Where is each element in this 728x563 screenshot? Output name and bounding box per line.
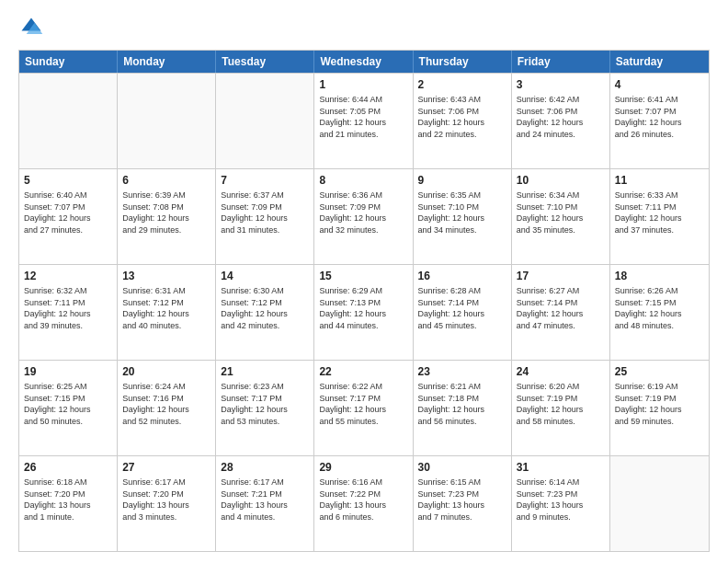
day-info: Sunrise: 6:17 AM Sunset: 7:21 PM Dayligh…: [221, 477, 309, 523]
day-cell-8: 8Sunrise: 6:36 AM Sunset: 7:09 PM Daylig…: [314, 169, 413, 264]
day-number: 11: [615, 173, 704, 188]
day-cell-26: 26Sunrise: 6:18 AM Sunset: 7:20 PM Dayli…: [19, 456, 118, 551]
day-cell-20: 20Sunrise: 6:24 AM Sunset: 7:16 PM Dayli…: [118, 361, 216, 455]
day-info: Sunrise: 6:40 AM Sunset: 7:07 PM Dayligh…: [24, 190, 112, 236]
day-cell-7: 7Sunrise: 6:37 AM Sunset: 7:09 PM Daylig…: [216, 169, 314, 264]
day-number: 6: [122, 173, 210, 188]
day-header-tuesday: Tuesday: [216, 51, 314, 73]
day-number: 10: [517, 173, 605, 188]
day-info: Sunrise: 6:21 AM Sunset: 7:18 PM Dayligh…: [418, 381, 506, 427]
day-cell-13: 13Sunrise: 6:31 AM Sunset: 7:12 PM Dayli…: [118, 265, 216, 360]
day-number: 8: [319, 173, 407, 188]
week-row-2: 12Sunrise: 6:32 AM Sunset: 7:11 PM Dayli…: [19, 264, 709, 360]
day-cell-21: 21Sunrise: 6:23 AM Sunset: 7:17 PM Dayli…: [216, 361, 314, 455]
day-cell-11: 11Sunrise: 6:33 AM Sunset: 7:11 PM Dayli…: [610, 169, 709, 264]
day-number: 12: [24, 269, 112, 283]
day-cell-30: 30Sunrise: 6:15 AM Sunset: 7:23 PM Dayli…: [414, 456, 512, 551]
week-row-0: 1Sunrise: 6:44 AM Sunset: 7:05 PM Daylig…: [19, 73, 709, 168]
week-row-1: 5Sunrise: 6:40 AM Sunset: 7:07 PM Daylig…: [19, 168, 709, 264]
day-cell-16: 16Sunrise: 6:28 AM Sunset: 7:14 PM Dayli…: [414, 265, 512, 360]
day-number: 13: [122, 269, 210, 283]
day-info: Sunrise: 6:25 AM Sunset: 7:15 PM Dayligh…: [24, 381, 112, 427]
week-row-3: 19Sunrise: 6:25 AM Sunset: 7:15 PM Dayli…: [19, 360, 709, 455]
day-number: 7: [221, 173, 309, 188]
logo: [18, 15, 48, 40]
day-cell-25: 25Sunrise: 6:19 AM Sunset: 7:19 PM Dayli…: [610, 361, 709, 455]
day-header-monday: Monday: [118, 51, 216, 73]
day-number: 29: [319, 460, 407, 475]
day-cell-1: 1Sunrise: 6:44 AM Sunset: 7:05 PM Daylig…: [314, 74, 413, 168]
day-info: Sunrise: 6:31 AM Sunset: 7:12 PM Dayligh…: [122, 285, 210, 331]
day-info: Sunrise: 6:37 AM Sunset: 7:09 PM Dayligh…: [221, 190, 309, 236]
calendar: SundayMondayTuesdayWednesdayThursdayFrid…: [18, 50, 710, 552]
day-number: 19: [24, 364, 112, 379]
day-info: Sunrise: 6:17 AM Sunset: 7:20 PM Dayligh…: [122, 477, 210, 523]
day-info: Sunrise: 6:39 AM Sunset: 7:08 PM Dayligh…: [122, 190, 210, 236]
empty-cell: [610, 456, 709, 551]
page: SundayMondayTuesdayWednesdayThursdayFrid…: [0, 0, 728, 563]
day-number: 9: [418, 173, 506, 188]
logo-icon: [18, 15, 44, 40]
day-info: Sunrise: 6:15 AM Sunset: 7:23 PM Dayligh…: [418, 477, 506, 523]
day-header-thursday: Thursday: [414, 51, 512, 73]
day-number: 28: [221, 460, 309, 475]
day-cell-29: 29Sunrise: 6:16 AM Sunset: 7:22 PM Dayli…: [314, 456, 413, 551]
day-info: Sunrise: 6:27 AM Sunset: 7:14 PM Dayligh…: [517, 285, 605, 331]
day-number: 24: [517, 364, 605, 379]
day-number: 26: [24, 460, 112, 475]
day-info: Sunrise: 6:35 AM Sunset: 7:10 PM Dayligh…: [418, 190, 506, 236]
day-cell-6: 6Sunrise: 6:39 AM Sunset: 7:08 PM Daylig…: [118, 169, 216, 264]
day-info: Sunrise: 6:28 AM Sunset: 7:14 PM Dayligh…: [418, 285, 506, 331]
calendar-body: 1Sunrise: 6:44 AM Sunset: 7:05 PM Daylig…: [19, 73, 709, 551]
week-row-4: 26Sunrise: 6:18 AM Sunset: 7:20 PM Dayli…: [19, 455, 709, 551]
day-info: Sunrise: 6:42 AM Sunset: 7:06 PM Dayligh…: [517, 94, 605, 140]
empty-cell: [216, 74, 314, 168]
day-info: Sunrise: 6:26 AM Sunset: 7:15 PM Dayligh…: [615, 285, 704, 331]
header: [18, 15, 710, 40]
day-info: Sunrise: 6:22 AM Sunset: 7:17 PM Dayligh…: [319, 381, 407, 427]
day-number: 5: [24, 173, 112, 188]
day-cell-5: 5Sunrise: 6:40 AM Sunset: 7:07 PM Daylig…: [19, 169, 118, 264]
day-number: 16: [418, 269, 506, 283]
day-info: Sunrise: 6:20 AM Sunset: 7:19 PM Dayligh…: [517, 381, 605, 427]
day-number: 22: [319, 364, 407, 379]
day-info: Sunrise: 6:29 AM Sunset: 7:13 PM Dayligh…: [319, 285, 407, 331]
day-cell-23: 23Sunrise: 6:21 AM Sunset: 7:18 PM Dayli…: [414, 361, 512, 455]
day-number: 17: [517, 269, 605, 283]
day-cell-31: 31Sunrise: 6:14 AM Sunset: 7:23 PM Dayli…: [512, 456, 610, 551]
day-info: Sunrise: 6:24 AM Sunset: 7:16 PM Dayligh…: [122, 381, 210, 427]
day-number: 4: [615, 77, 704, 92]
day-number: 31: [517, 460, 605, 475]
day-cell-9: 9Sunrise: 6:35 AM Sunset: 7:10 PM Daylig…: [414, 169, 512, 264]
day-info: Sunrise: 6:16 AM Sunset: 7:22 PM Dayligh…: [319, 477, 407, 523]
day-cell-4: 4Sunrise: 6:41 AM Sunset: 7:07 PM Daylig…: [610, 74, 709, 168]
day-cell-17: 17Sunrise: 6:27 AM Sunset: 7:14 PM Dayli…: [512, 265, 610, 360]
day-header-sunday: Sunday: [19, 51, 118, 73]
day-cell-27: 27Sunrise: 6:17 AM Sunset: 7:20 PM Dayli…: [118, 456, 216, 551]
day-info: Sunrise: 6:43 AM Sunset: 7:06 PM Dayligh…: [418, 94, 506, 140]
day-cell-15: 15Sunrise: 6:29 AM Sunset: 7:13 PM Dayli…: [314, 265, 413, 360]
day-number: 15: [319, 269, 407, 283]
day-number: 27: [122, 460, 210, 475]
day-info: Sunrise: 6:32 AM Sunset: 7:11 PM Dayligh…: [24, 285, 112, 331]
day-number: 30: [418, 460, 506, 475]
day-info: Sunrise: 6:30 AM Sunset: 7:12 PM Dayligh…: [221, 285, 309, 331]
day-cell-28: 28Sunrise: 6:17 AM Sunset: 7:21 PM Dayli…: [216, 456, 314, 551]
day-cell-22: 22Sunrise: 6:22 AM Sunset: 7:17 PM Dayli…: [314, 361, 413, 455]
calendar-header: SundayMondayTuesdayWednesdayThursdayFrid…: [19, 51, 709, 73]
day-info: Sunrise: 6:23 AM Sunset: 7:17 PM Dayligh…: [221, 381, 309, 427]
day-info: Sunrise: 6:14 AM Sunset: 7:23 PM Dayligh…: [517, 477, 605, 523]
day-number: 20: [122, 364, 210, 379]
day-info: Sunrise: 6:41 AM Sunset: 7:07 PM Dayligh…: [615, 94, 704, 140]
day-cell-14: 14Sunrise: 6:30 AM Sunset: 7:12 PM Dayli…: [216, 265, 314, 360]
empty-cell: [19, 74, 118, 168]
day-cell-18: 18Sunrise: 6:26 AM Sunset: 7:15 PM Dayli…: [610, 265, 709, 360]
day-number: 14: [221, 269, 309, 283]
day-info: Sunrise: 6:44 AM Sunset: 7:05 PM Dayligh…: [319, 94, 407, 140]
day-number: 25: [615, 364, 704, 379]
day-header-saturday: Saturday: [610, 51, 709, 73]
day-cell-10: 10Sunrise: 6:34 AM Sunset: 7:10 PM Dayli…: [512, 169, 610, 264]
day-info: Sunrise: 6:36 AM Sunset: 7:09 PM Dayligh…: [319, 190, 407, 236]
day-header-wednesday: Wednesday: [314, 51, 413, 73]
empty-cell: [118, 74, 216, 168]
